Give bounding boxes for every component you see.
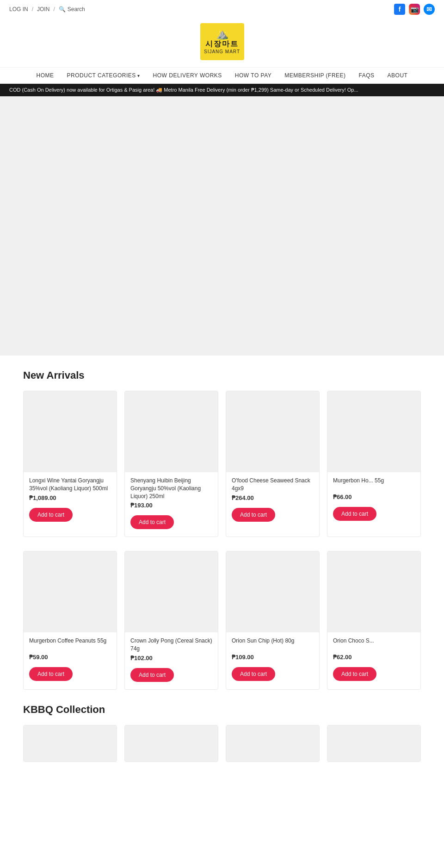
logo-korean: 시장마트 [205, 39, 239, 49]
kbbq-image-1 [24, 725, 117, 762]
kbbq-card-1 [23, 725, 117, 762]
facebook-icon[interactable]: f [394, 4, 405, 15]
nav-about[interactable]: ABOUT [388, 72, 408, 79]
add-to-cart-button-1[interactable]: Add to cart [29, 508, 73, 522]
kbbq-section: KBBQ Collection [23, 704, 421, 762]
hero-banner [0, 96, 444, 356]
product-info-4: Murgerbon Ho... 55g ₱66.00 [327, 472, 420, 507]
product-card-3: O'food Cheese Seaweed Snack 4gx9 ₱264.00… [226, 391, 320, 537]
product-name-1: Longxi Wine Yantai Goryangju 35%vol (Kao… [29, 477, 111, 493]
add-to-cart-button-4[interactable]: Add to cart [333, 507, 376, 521]
product-price-1: ₱1,089.00 [29, 494, 111, 501]
kbbq-card-4 [327, 725, 421, 762]
add-to-cart-button-3[interactable]: Add to cart [232, 508, 275, 522]
social-icons: f 📷 ✉ [394, 4, 435, 15]
product-info-2: Shenyang Huibin Beijing Goryangju 50%vol… [125, 472, 218, 515]
product-card-1: Longxi Wine Yantai Goryangju 35%vol (Kao… [23, 391, 117, 537]
add-to-cart-button-7[interactable]: Add to cart [232, 667, 275, 681]
messenger-icon[interactable]: ✉ [424, 4, 435, 15]
announcement-text: COD (Cash On Delivery) now available for… [9, 87, 358, 93]
add-to-cart-button-2[interactable]: Add to cart [130, 515, 174, 529]
join-link[interactable]: JOIN [37, 6, 49, 12]
product-info-7: Orion Sun Chip (Hot) 80g ₱109.00 [226, 632, 319, 667]
search-icon: 🔍 [59, 6, 66, 12]
announcement-bar: COD (Cash On Delivery) now available for… [0, 84, 444, 96]
product-image-7 [226, 551, 319, 632]
product-info-8: Orion Choco S... ₱62.00 [327, 632, 420, 667]
header: ⛰️ 시장마트 SIJANG MART [0, 19, 444, 67]
product-price-8: ₱62.00 [333, 654, 415, 661]
nav-membership[interactable]: MEMBERSHIP (Free) [284, 72, 345, 79]
product-info-6: Crown Jolly Pong (Cereal Snack) 74g ₱102… [125, 632, 218, 668]
new-arrivals-title: New Arrivals [23, 369, 421, 381]
divider2: / [53, 6, 55, 12]
kbbq-card-2 [124, 725, 218, 762]
product-info-1: Longxi Wine Yantai Goryangju 35%vol (Kao… [24, 472, 117, 508]
logo-mountains: ⛰️ [216, 29, 228, 39]
product-price-2: ₱193.00 [130, 502, 212, 509]
product-price-7: ₱109.00 [232, 654, 314, 661]
kbbq-image-3 [226, 725, 319, 762]
new-arrivals-row1: Longxi Wine Yantai Goryangju 35%vol (Kao… [23, 391, 421, 537]
product-image-1 [24, 391, 117, 472]
product-name-2: Shenyang Huibin Beijing Goryangju 50%vol… [130, 477, 212, 500]
product-price-5: ₱59.00 [29, 654, 111, 661]
nav-how-to-pay[interactable]: HOW TO PAY [235, 72, 271, 79]
divider1: / [32, 6, 33, 12]
product-image-4 [327, 391, 420, 472]
kbbq-image-4 [327, 725, 420, 762]
add-to-cart-button-5[interactable]: Add to cart [29, 667, 73, 681]
nav-product-categories[interactable]: PRODUCT CATEGORIES [67, 72, 140, 79]
product-price-3: ₱264.00 [232, 494, 314, 501]
add-to-cart-button-8[interactable]: Add to cart [333, 667, 376, 681]
nav-home[interactable]: HOME [37, 72, 54, 79]
top-bar: LOG IN / JOIN / 🔍 Search f 📷 ✉ [0, 0, 444, 19]
login-link[interactable]: LOG IN [9, 6, 28, 12]
product-card-2: Shenyang Huibin Beijing Goryangju 50%vol… [124, 391, 218, 537]
product-image-8 [327, 551, 420, 632]
product-card-6: Crown Jolly Pong (Cereal Snack) 74g ₱102… [124, 551, 218, 690]
product-image-5 [24, 551, 117, 632]
search-area[interactable]: 🔍 Search [59, 6, 85, 12]
kbbq-title: KBBQ Collection [23, 704, 421, 716]
logo[interactable]: ⛰️ 시장마트 SIJANG MART [200, 23, 244, 60]
instagram-icon[interactable]: 📷 [409, 4, 420, 15]
main-content: New Arrivals Longxi Wine Yantai Goryangj… [0, 356, 444, 776]
product-name-7: Orion Sun Chip (Hot) 80g [232, 637, 314, 652]
product-info-5: Murgerbon Coffee Peanuts 55g ₱59.00 [24, 632, 117, 667]
product-name-6: Crown Jolly Pong (Cereal Snack) 74g [130, 637, 212, 653]
main-nav: HOME PRODUCT CATEGORIES HOW DELIVERY WOR… [0, 67, 444, 84]
new-arrivals-row2: Murgerbon Coffee Peanuts 55g ₱59.00 Add … [23, 551, 421, 690]
product-image-3 [226, 391, 319, 472]
product-name-8: Orion Choco S... [333, 637, 415, 652]
product-price-4: ₱66.00 [333, 493, 415, 500]
product-name-3: O'food Cheese Seaweed Snack 4gx9 [232, 477, 314, 493]
logo-english: SIJANG MART [204, 49, 240, 54]
new-arrivals-section: New Arrivals Longxi Wine Yantai Goryangj… [23, 369, 421, 690]
product-card-4: Murgerbon Ho... 55g ₱66.00 Add to cart [327, 391, 421, 537]
product-card-5: Murgerbon Coffee Peanuts 55g ₱59.00 Add … [23, 551, 117, 690]
kbbq-card-3 [226, 725, 320, 762]
product-card-8: Orion Choco S... ₱62.00 Add to cart [327, 551, 421, 690]
nav-delivery[interactable]: HOW DELIVERY WORKS [153, 72, 222, 79]
product-card-7: Orion Sun Chip (Hot) 80g ₱109.00 Add to … [226, 551, 320, 690]
product-price-6: ₱102.00 [130, 655, 212, 662]
product-name-4: Murgerbon Ho... 55g [333, 477, 415, 492]
product-image-2 [125, 391, 218, 472]
product-image-6 [125, 551, 218, 632]
kbbq-products-row [23, 725, 421, 762]
product-info-3: O'food Cheese Seaweed Snack 4gx9 ₱264.00 [226, 472, 319, 508]
search-label: Search [68, 6, 85, 12]
kbbq-image-2 [125, 725, 218, 762]
nav-faqs[interactable]: FAQs [359, 72, 375, 79]
add-to-cart-button-6[interactable]: Add to cart [130, 668, 174, 682]
product-name-5: Murgerbon Coffee Peanuts 55g [29, 637, 111, 652]
